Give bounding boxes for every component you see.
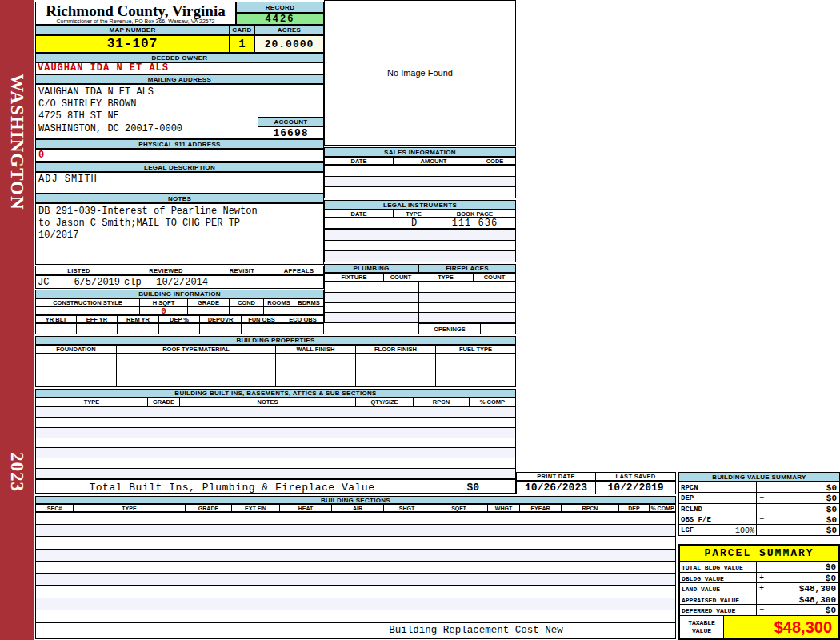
instruments-header-row: DATE TYPE BOOK PAGE bbox=[324, 210, 516, 218]
acres-value: 20.0000 bbox=[254, 35, 324, 53]
deeded-owner-value: VAUGHAN IDA N ET ALS bbox=[35, 62, 324, 74]
floor-finish-value bbox=[356, 354, 436, 387]
parcel-row-label: TOTAL BLDG VALUE bbox=[680, 562, 757, 572]
building-sections-title: BUILDING SECTIONS bbox=[35, 496, 676, 504]
inst-date-value bbox=[325, 218, 394, 228]
legal-description-label: LEGAL DESCRIPTION bbox=[35, 162, 324, 172]
empty-row bbox=[36, 513, 675, 525]
county-header: Richmond County, Virginia Commissioner o… bbox=[35, 2, 236, 25]
parcel-row-label: APPRAISED VALUE bbox=[680, 594, 757, 605]
bi-rpcn-label: RPCN bbox=[414, 398, 470, 406]
revisit-value bbox=[210, 275, 274, 289]
dep-pct-value bbox=[159, 323, 200, 334]
sec-extfin-label: EXT FIN bbox=[232, 504, 280, 512]
reviewed-value: clp10/2/2014 bbox=[122, 275, 210, 289]
eco-obs-value bbox=[282, 323, 324, 334]
bvs-row-op: − bbox=[759, 494, 764, 502]
legal-description-value: ADJ SMITH bbox=[35, 172, 324, 194]
building-info-value-row-2 bbox=[35, 323, 324, 334]
parcel-row: TOTAL BLDG VALUE $0 bbox=[680, 562, 838, 573]
dates-header-row: PRINT DATE LAST SAVED bbox=[516, 472, 676, 481]
sales-date-label: DATE bbox=[324, 157, 394, 165]
rooms-label: ROOMS bbox=[264, 298, 294, 306]
bvs-row: RPCN $0 bbox=[679, 482, 839, 493]
empty-row bbox=[36, 407, 515, 418]
depovr-value bbox=[200, 323, 242, 334]
building-properties-value-row bbox=[35, 354, 516, 387]
empty-row bbox=[36, 438, 515, 449]
building-info-value-row-1: 0 bbox=[35, 306, 324, 315]
bi-grade-label: GRADE bbox=[148, 398, 180, 406]
plumbing-title: PLUMBING bbox=[324, 264, 418, 273]
bvs-row-value: $0 bbox=[826, 505, 837, 514]
empty-row bbox=[325, 251, 515, 262]
eff-yr-value bbox=[77, 323, 118, 334]
bi-qty-label: QTY/SIZE bbox=[356, 398, 414, 406]
fireplaces-title: FIREPLACES bbox=[418, 264, 516, 273]
card-value: 1 bbox=[230, 35, 254, 53]
foundation-label: FOUNDATION bbox=[35, 345, 117, 354]
mailing-address-label: MAILING ADDRESS bbox=[35, 74, 324, 84]
openings-value bbox=[481, 323, 516, 334]
sales-header-row: DATE AMOUNT CODE bbox=[324, 157, 516, 165]
sec-type-label: TYPE bbox=[74, 504, 186, 512]
empty-row bbox=[36, 428, 515, 438]
fuel-type-label: FUEL TYPE bbox=[436, 345, 516, 354]
parcel-row: LAND VALUE + $48,300 bbox=[680, 583, 838, 594]
map-number-value: 31-107 bbox=[35, 35, 230, 53]
eco-obs-label: ECO OBS bbox=[282, 315, 324, 323]
bvs-row: OBS F/E − $0 bbox=[679, 514, 839, 525]
empty-row bbox=[325, 187, 515, 198]
inst-type-value: D bbox=[394, 218, 434, 228]
bvs-row-value: $0 bbox=[826, 526, 837, 535]
bvs-row-value: $0 bbox=[826, 515, 837, 525]
last-saved-label: LAST SAVED bbox=[596, 472, 676, 481]
empty-row bbox=[36, 586, 675, 598]
instruments-empty-rows bbox=[324, 229, 516, 262]
bvs-row-label: LCF bbox=[681, 526, 694, 535]
taxable-value-row: TAXABLE VALUE $48,300 bbox=[680, 616, 838, 638]
bvs-row-label: RCLND bbox=[679, 504, 757, 514]
parcel-row: APPRAISED VALUE $48,300 bbox=[680, 594, 838, 606]
openings-label: OPENINGS bbox=[418, 323, 481, 334]
building-sections-header-row: SEC# TYPE GRADE EXT FIN HEAT AIR SHGT SQ… bbox=[35, 504, 676, 512]
rem-yr-label: REM YR bbox=[118, 315, 159, 323]
sec-comp-label: % COMP bbox=[650, 504, 676, 512]
parcel-row-label: LAND VALUE bbox=[680, 583, 757, 594]
built-ins-empty-rows bbox=[35, 406, 516, 479]
bdrms-value bbox=[294, 306, 324, 315]
hsqft-value: 0 bbox=[140, 306, 188, 315]
listed-label: LISTED bbox=[35, 266, 122, 275]
grade-value bbox=[188, 306, 230, 315]
parcel-row-value: $0 bbox=[826, 606, 836, 615]
fixture-label: FIXTURE bbox=[324, 273, 384, 282]
parcel-row-value: $48,300 bbox=[799, 584, 836, 594]
bdrms-label: BDRMS bbox=[294, 298, 324, 306]
building-properties-header-row: FOUNDATION ROOF TYPE/MATERIAL WALL FINIS… bbox=[35, 345, 516, 354]
empty-row bbox=[36, 418, 515, 428]
bvs-row-value: $0 bbox=[826, 483, 837, 493]
no-image-text: No Image Found bbox=[387, 68, 453, 78]
visits-header-row: LISTED REVIEWED REVISIT APPEALS bbox=[35, 266, 324, 275]
parcel-row: OBLDG VALUE + $0 bbox=[680, 573, 838, 584]
notes-line: 10/2017 bbox=[38, 230, 323, 242]
empty-row bbox=[419, 282, 515, 293]
revisit-label: REVISIT bbox=[210, 266, 274, 275]
sales-information-title: SALES INFORMATION bbox=[324, 147, 516, 157]
bi-comp-label: % COMP bbox=[470, 398, 516, 406]
account-label: ACCOUNT bbox=[258, 117, 324, 126]
property-record-card: { "colors": { "band": "#ADD8E6", "yellow… bbox=[0, 0, 840, 640]
rem-yr-value bbox=[118, 323, 159, 334]
built-ins-total-label: Total Built Ins, Plumbing & Fireplace Va… bbox=[36, 482, 428, 494]
bvs-row-value: $0 bbox=[826, 494, 837, 503]
reviewed-label: REVIEWED bbox=[122, 266, 210, 275]
built-ins-title: BUILDING BUILT INS, BASEMENTS, ATTICS & … bbox=[35, 389, 516, 398]
empty-row bbox=[36, 448, 515, 458]
empty-row bbox=[36, 574, 675, 586]
building-value-summary-table: RPCN $0 DEP − $0 RCLND $0 OBS F/E − $0 L… bbox=[678, 482, 840, 536]
mailing-line: C/O SHIRLEY BROWN bbox=[38, 98, 323, 110]
roof-type-label: ROOF TYPE/MATERIAL bbox=[117, 345, 276, 354]
parcel-row-value: $0 bbox=[826, 574, 836, 583]
cond-label: COND bbox=[230, 298, 264, 306]
inst-bookpage-value: 111 636 bbox=[434, 218, 515, 228]
